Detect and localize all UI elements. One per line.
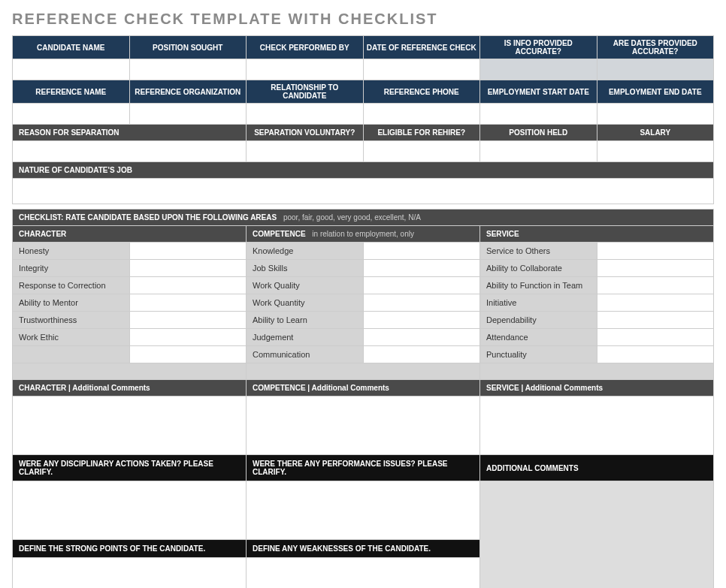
serv-item: Attendance (480, 329, 597, 346)
char-item: Honesty (13, 243, 130, 260)
col-separation-voluntary: SEPARATION VOLUNTARY? (247, 125, 364, 141)
weak-header: DEFINE ANY WEAKNESSES OF THE CANDIDATE. (247, 540, 480, 558)
serv-value[interactable] (597, 312, 714, 329)
input-reference-phone[interactable] (363, 104, 480, 125)
comp-value[interactable] (363, 260, 480, 277)
col-info-accurate: IS INFO PROVIDED ACCURATE? (480, 36, 597, 59)
strong-header: DEFINE THE STRONG POINTS OF THE CANDIDAT… (13, 540, 247, 558)
serv-item: Ability to Collaborate (480, 260, 597, 277)
performance-input[interactable] (247, 481, 480, 540)
serv-item: Ability to Function in Team (480, 277, 597, 294)
input-separation-voluntary[interactable] (247, 141, 364, 162)
col-nature-job: NATURE OF CANDIDATE'S JOB (13, 162, 714, 179)
input-eligible-rehire[interactable] (363, 141, 480, 162)
disciplinary-header: WERE ANY DISCIPLINARY ACTIONS TAKEN? PLE… (13, 455, 247, 481)
col-relationship: RELATIONSHIP TO CANDIDATE (247, 80, 364, 104)
comp-value[interactable] (363, 277, 480, 294)
char-value[interactable] (129, 294, 247, 312)
col-reference-phone: REFERENCE PHONE (363, 80, 480, 104)
comp-item: Communication (247, 346, 364, 363)
col-candidate-name: CANDIDATE NAME (13, 36, 130, 59)
col-reason-separation: REASON FOR SEPARATION (13, 125, 247, 141)
additional-header: ADDITIONAL COMMENTS (480, 455, 714, 481)
comp-item: Ability to Learn (247, 312, 364, 329)
char-value[interactable] (129, 243, 247, 260)
input-emp-start[interactable] (480, 104, 597, 125)
input-check-performed-by[interactable] (247, 59, 364, 80)
col-position-held: POSITION HELD (480, 125, 597, 141)
comp-pad (247, 363, 480, 380)
serv-pad (480, 363, 714, 380)
char-value[interactable] (129, 277, 247, 294)
serv-value[interactable] (597, 329, 714, 346)
serv-value[interactable] (597, 294, 714, 312)
serv-item: Service to Others (480, 243, 597, 260)
char-item: Work Ethic (13, 329, 130, 346)
comp-item: Knowledge (247, 243, 364, 260)
checklist-title-bar: CHECKLIST: RATE CANDIDATE BASED UPON THE… (13, 210, 714, 226)
char-value[interactable] (129, 312, 247, 329)
char-value[interactable] (129, 346, 247, 363)
col-emp-start: EMPLOYMENT START DATE (480, 80, 597, 104)
serv-item: Dependability (480, 312, 597, 329)
comp-value[interactable] (363, 243, 480, 260)
weak-input[interactable] (247, 558, 480, 589)
additional-input[interactable] (480, 481, 714, 589)
input-salary[interactable] (597, 141, 714, 162)
input-relationship[interactable] (247, 104, 364, 125)
serv-comments-header: SERVICE | Additional Comments (480, 380, 714, 397)
char-item: Integrity (13, 260, 130, 277)
checklist-table: CHECKLIST: RATE CANDIDATE BASED UPON THE… (12, 209, 714, 588)
input-info-accurate[interactable] (480, 59, 597, 80)
input-reference-org[interactable] (129, 104, 247, 125)
serv-item: Punctuality (480, 346, 597, 363)
input-reference-name[interactable] (13, 104, 130, 125)
col-competence: COMPETENCE in relation to employment, on… (247, 226, 480, 243)
serv-item: Initiative (480, 294, 597, 312)
comp-value[interactable] (363, 346, 480, 363)
competence-label: COMPETENCE (253, 230, 306, 238)
input-nature-job[interactable] (13, 179, 714, 204)
char-item-empty (13, 346, 130, 363)
checklist-title: CHECKLIST: RATE CANDIDATE BASED UPON THE… (19, 213, 277, 222)
char-comments-header: CHARACTER | Additional Comments (13, 380, 247, 397)
col-character: CHARACTER (13, 226, 247, 243)
comp-value[interactable] (363, 294, 480, 312)
competence-sub: in relation to employment, only (312, 230, 414, 238)
disciplinary-input[interactable] (13, 481, 247, 540)
comp-comments-input[interactable] (247, 397, 480, 455)
comp-value[interactable] (363, 329, 480, 346)
input-position-held[interactable] (480, 141, 597, 162)
col-service: SERVICE (480, 226, 714, 243)
input-position-sought[interactable] (129, 59, 247, 80)
char-pad (13, 363, 247, 380)
comp-item: Job Skills (247, 260, 364, 277)
char-item: Trustworthiness (13, 312, 130, 329)
input-date-of-check[interactable] (363, 59, 480, 80)
performance-header: WERE THERE ANY PERFORMANCE ISSUES? PLEAS… (247, 455, 480, 481)
input-reason-separation[interactable] (13, 141, 247, 162)
input-dates-accurate[interactable] (597, 59, 714, 80)
serv-value[interactable] (597, 346, 714, 363)
col-salary: SALARY (597, 125, 714, 141)
col-dates-accurate: ARE DATES PROVIDED ACCURATE? (597, 36, 714, 59)
comp-item: Work Quality (247, 277, 364, 294)
char-value[interactable] (129, 329, 247, 346)
comp-item: Work Quantity (247, 294, 364, 312)
serv-value[interactable] (597, 260, 714, 277)
serv-value[interactable] (597, 277, 714, 294)
char-value[interactable] (129, 260, 247, 277)
comp-value[interactable] (363, 312, 480, 329)
serv-value[interactable] (597, 243, 714, 260)
char-item: Response to Correction (13, 277, 130, 294)
char-comments-input[interactable] (13, 397, 247, 455)
input-emp-end[interactable] (597, 104, 714, 125)
input-candidate-name[interactable] (13, 59, 130, 80)
checklist-scale: poor, fair, good, very good, excellent, … (283, 213, 421, 222)
serv-comments-input[interactable] (480, 397, 714, 455)
strong-input[interactable] (13, 558, 247, 589)
candidate-header-table: CANDIDATE NAME POSITION SOUGHT CHECK PER… (12, 35, 714, 204)
col-reference-name: REFERENCE NAME (13, 80, 130, 104)
col-eligible-rehire: ELIGIBLE FOR REHIRE? (363, 125, 480, 141)
char-item: Ability to Mentor (13, 294, 130, 312)
